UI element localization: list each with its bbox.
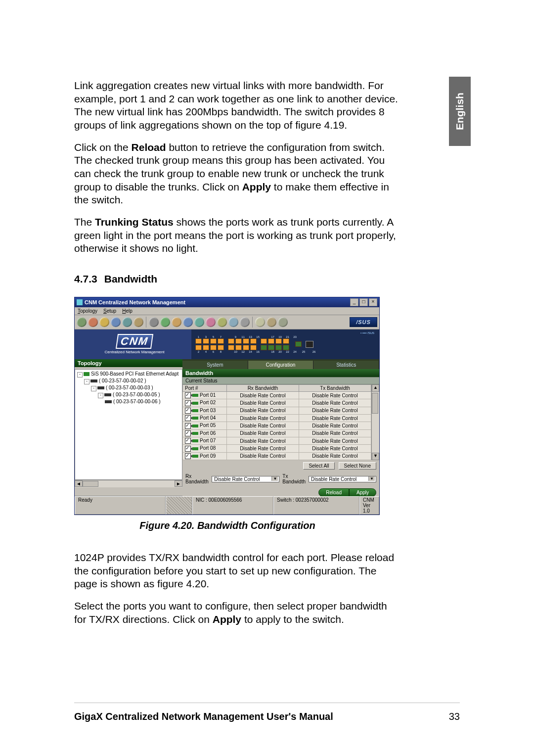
toolbar-icon[interactable] bbox=[149, 317, 159, 327]
port-icon bbox=[192, 402, 198, 405]
toolbar-icon[interactable] bbox=[240, 317, 250, 327]
toolbar-icon[interactable] bbox=[255, 317, 265, 327]
toolbar-icon[interactable] bbox=[228, 317, 238, 327]
toolbar-icon[interactable] bbox=[217, 317, 227, 327]
menu-topology[interactable]: Topology bbox=[78, 308, 97, 314]
toolbar-icon[interactable] bbox=[267, 317, 276, 327]
app-window: CNM Centralized Network Management _ □ ×… bbox=[74, 297, 380, 515]
menu-bar: Topology Setup Help bbox=[75, 307, 379, 315]
toolbar: /SUS bbox=[75, 315, 379, 330]
switch-diagram: 1357911131517192123 bbox=[191, 330, 379, 359]
col-tx: Tx Bandwidth bbox=[299, 384, 371, 391]
switch-icon bbox=[105, 400, 112, 403]
heading-bandwidth: 4.7.3Bandwidth bbox=[74, 273, 465, 285]
switch-model-label: ▪ ▪▪▪▪ /SUS bbox=[360, 331, 374, 334]
reload-button[interactable]: Reload bbox=[318, 488, 349, 497]
paragraph-link-aggregation: Link aggregation creates new virtual lin… bbox=[74, 79, 400, 132]
toolbar-icon[interactable] bbox=[194, 317, 204, 327]
section-bandwidth-header: Bandwidth bbox=[182, 369, 379, 377]
toolbar-icon[interactable] bbox=[99, 317, 109, 327]
tab-configuration[interactable]: Configuration bbox=[248, 361, 314, 369]
close-button[interactable]: × bbox=[369, 298, 377, 306]
rx-bandwidth-dropdown[interactable]: Disable Rate Control bbox=[212, 476, 279, 482]
port-numbers-bottom: 246810121416182022242526 bbox=[195, 350, 319, 353]
switch-icon bbox=[97, 386, 104, 389]
cnm-logo: CNM bbox=[116, 334, 153, 349]
table-row: Port 02Disable Rate ControlDisable Rate … bbox=[183, 399, 371, 407]
figure-bandwidth-config: CNM Centralized Network Management _ □ ×… bbox=[74, 297, 379, 515]
table-row: Port 03Disable Rate ControlDisable Rate … bbox=[183, 407, 371, 414]
current-status-label: Current Status bbox=[182, 377, 379, 384]
topology-header: Topology bbox=[75, 359, 182, 367]
table-row: Port 08Disable Rate ControlDisable Rate … bbox=[183, 445, 371, 452]
brand-logo: /SUS bbox=[350, 317, 377, 327]
footer-manual-title: GigaX Centralized Network Management Use… bbox=[74, 711, 333, 722]
table-row: Port 07Disable Rate ControlDisable Rate … bbox=[183, 437, 371, 445]
toolbar-icon[interactable] bbox=[77, 317, 87, 327]
paragraph-reload-apply: Click on the Reload button to retrieve t… bbox=[74, 141, 400, 207]
select-none-button[interactable]: Select None bbox=[339, 462, 376, 470]
footer-page-number: 33 bbox=[449, 711, 460, 722]
tree-horizontal-scrollbar[interactable]: ◄► bbox=[75, 480, 182, 487]
toolbar-icon[interactable] bbox=[206, 317, 216, 327]
topology-tree[interactable]: -SiS 900-Based PCI Fast Ethernet Adapt -… bbox=[75, 369, 182, 480]
switch-icon bbox=[104, 393, 111, 396]
maximize-button[interactable]: □ bbox=[359, 298, 368, 306]
status-nic: NIC : 00E006095566 bbox=[192, 496, 273, 515]
table-row: Port 06Disable Rate ControlDisable Rate … bbox=[183, 429, 371, 437]
paragraph-trunking-status: The Trunking Status shows the ports work… bbox=[74, 216, 400, 255]
toolbar-icon[interactable] bbox=[122, 317, 132, 327]
toolbar-icon[interactable] bbox=[172, 317, 181, 327]
paragraph-select-ports: Select the ports you want to configure, … bbox=[74, 600, 400, 626]
table-row: Port 05Disable Rate ControlDisable Rate … bbox=[183, 422, 371, 429]
tx-bandwidth-label: Tx Bandwidth bbox=[282, 473, 306, 484]
select-all-button[interactable]: Select All bbox=[303, 462, 334, 470]
port-icon bbox=[192, 409, 198, 412]
table-row: Port 09Disable Rate ControlDisable Rate … bbox=[183, 452, 371, 460]
status-ready: Ready bbox=[75, 496, 166, 515]
port-icon bbox=[192, 417, 198, 420]
nic-icon bbox=[84, 372, 89, 376]
tab-statistics[interactable]: Statistics bbox=[313, 361, 379, 369]
table-vertical-scrollbar[interactable]: ▲ ▼ bbox=[371, 384, 379, 460]
window-title: CNM Centralized Network Management bbox=[85, 299, 350, 305]
figure-caption: Figure 4.20. Bandwidth Configuration bbox=[74, 520, 381, 531]
switch-icon bbox=[90, 379, 97, 382]
col-rx: Rx Bandwidth bbox=[227, 384, 299, 391]
apply-button[interactable]: Apply bbox=[349, 488, 376, 497]
port-icon bbox=[192, 425, 198, 427]
col-port: Port # bbox=[183, 384, 227, 391]
table-row: Port 04Disable Rate ControlDisable Rate … bbox=[183, 414, 371, 422]
tab-system[interactable]: System bbox=[182, 361, 248, 369]
table-row: Port 01Disable Rate ControlDisable Rate … bbox=[183, 391, 371, 399]
port-icon bbox=[192, 439, 198, 442]
toolbar-icon[interactable] bbox=[183, 317, 193, 327]
port-icon bbox=[192, 455, 198, 458]
port-icon bbox=[192, 432, 198, 435]
status-bar: Ready NIC : 00E006095566 Switch : 002357… bbox=[75, 496, 379, 515]
status-switch: Switch : 002357000002 bbox=[273, 496, 359, 515]
toolbar-icon[interactable] bbox=[278, 317, 288, 327]
port-icon bbox=[192, 394, 198, 397]
language-tab: English bbox=[449, 77, 471, 146]
status-version: CNM Ver 1.0 bbox=[359, 496, 379, 515]
menu-help[interactable]: Help bbox=[122, 308, 133, 314]
toolbar-icon[interactable] bbox=[160, 317, 170, 327]
rx-bandwidth-label: Rx Bandwidth bbox=[185, 473, 209, 484]
minimize-button[interactable]: _ bbox=[350, 298, 358, 306]
toolbar-icon[interactable] bbox=[88, 317, 98, 327]
bandwidth-table: Port # Rx Bandwidth Tx Bandwidth Port 01… bbox=[182, 384, 371, 460]
tx-bandwidth-dropdown[interactable]: Disable Rate Control bbox=[309, 476, 376, 482]
app-icon bbox=[77, 299, 83, 305]
port-icon bbox=[192, 447, 198, 450]
paragraph-1024p: 1024P provides TX/RX bandwidth control f… bbox=[74, 551, 400, 591]
toolbar-icon[interactable] bbox=[111, 317, 121, 327]
cnm-subtitle: Centralized Network Management bbox=[105, 350, 165, 354]
menu-setup[interactable]: Setup bbox=[103, 308, 116, 314]
toolbar-icon[interactable] bbox=[134, 317, 143, 327]
